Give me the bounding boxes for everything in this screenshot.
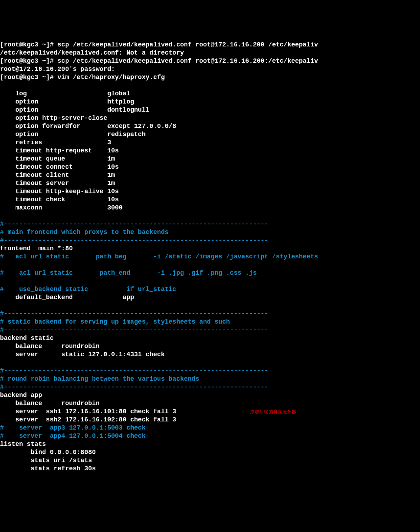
cfg-line: timeout server 1m bbox=[0, 180, 115, 187]
cfg-comment: #---------------------------------------… bbox=[0, 326, 268, 334]
cfg-comment: # acl url_static path_beg -i /static /im… bbox=[0, 253, 318, 260]
cfg-comment: # acl url_static path_end -i .jpg .gif .… bbox=[0, 269, 257, 276]
cfg-line: timeout connect 10s bbox=[0, 163, 119, 170]
cfg-line: stats refresh 30s bbox=[0, 465, 96, 472]
cfg-line: stats uri /stats bbox=[0, 457, 92, 464]
cfg-line: option dontlognull bbox=[0, 106, 149, 113]
cfg-line: frontend main *:80 bbox=[0, 245, 73, 252]
cfg-line: log global bbox=[0, 90, 130, 97]
terminal-window[interactable]: [root@kgc3 ~]# scp /etc/keepalived/keepa… bbox=[0, 33, 420, 532]
cfg-line: retries 3 bbox=[0, 139, 111, 146]
cfg-line: timeout http-keep-alive 10s bbox=[0, 188, 119, 195]
cfg-comment: # server app4 127.0.0.1:5004 check bbox=[0, 432, 145, 439]
cfg-line: server ssh2 172.16.16.102:80 check fall … bbox=[0, 416, 176, 423]
cfg-line: option forwardfor except 127.0.0.0/8 bbox=[0, 123, 176, 130]
password-prompt: root@172.16.16.200's password: bbox=[0, 66, 115, 73]
cfg-comment: # static backend for serving up images, … bbox=[0, 318, 230, 325]
terminal-output: [root@kgc3 ~]# scp /etc/keepalived/keepa… bbox=[0, 41, 420, 473]
cfg-line: maxconn 3000 bbox=[0, 204, 123, 211]
cfg-line: timeout queue 1m bbox=[0, 155, 115, 162]
cfg-comment: #---------------------------------------… bbox=[0, 237, 268, 244]
cfg-line: timeout client 1m bbox=[0, 172, 115, 179]
cfg-comment: #---------------------------------------… bbox=[0, 220, 268, 228]
cfg-line: balance roundrobin bbox=[0, 400, 100, 407]
annotation-arrow-1 bbox=[0, 505, 15, 532]
annotation-text: 添加后端的真实服务器 bbox=[250, 408, 296, 416]
cfg-comment: # server app3 127.0.0.1:5003 check bbox=[0, 424, 145, 431]
cfg-line: bind 0.0.0.0:8080 bbox=[0, 449, 96, 456]
cfg-comment: # use_backend static if url_static bbox=[0, 286, 176, 293]
cfg-comment: # round robin balancing between the vari… bbox=[0, 375, 199, 382]
cfg-line: backend app bbox=[0, 392, 42, 399]
cfg-line: server static 127.0.0.1:4331 check bbox=[0, 351, 165, 358]
cfg-line: balance roundrobin bbox=[0, 343, 100, 350]
prompt-line: [root@kgc3 ~]# vim /etc/haproxy/haproxy.… bbox=[0, 74, 165, 81]
cfg-comment: #---------------------------------------… bbox=[0, 310, 268, 317]
cfg-line: option redispatch bbox=[0, 131, 145, 138]
error-line: /etc/keepalived/keepalived.conf: Not a d… bbox=[0, 49, 184, 56]
prompt-line: [root@kgc3 ~]# scp /etc/keepalived/keepa… bbox=[0, 57, 318, 65]
cfg-comment: #---------------------------------------… bbox=[0, 383, 268, 391]
annotation-arrow-2 bbox=[0, 514, 15, 532]
cfg-line: listen stats bbox=[0, 441, 46, 448]
cfg-line: default_backend app bbox=[0, 294, 134, 301]
cfg-line: timeout check 10s bbox=[0, 196, 119, 203]
cfg-line: timeout http-request 10s bbox=[0, 147, 119, 154]
cfg-line: option http-server-close bbox=[0, 114, 107, 122]
cfg-comment: # main frontend which proxys to the back… bbox=[0, 229, 168, 236]
prompt-line: [root@kgc3 ~]# scp /etc/keepalived/keepa… bbox=[0, 41, 318, 48]
cfg-comment: #---------------------------------------… bbox=[0, 367, 268, 374]
cfg-line: server ssh1 172.16.16.101:80 check fall … bbox=[0, 408, 176, 415]
cfg-line: option httplog bbox=[0, 98, 134, 105]
cfg-line: backend static bbox=[0, 335, 54, 342]
